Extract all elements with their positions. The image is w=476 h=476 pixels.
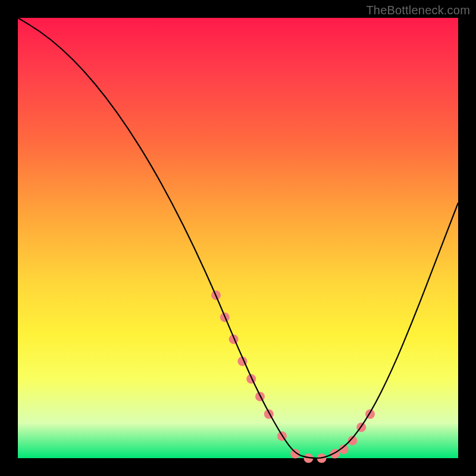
bottleneck-curve-path <box>18 18 458 458</box>
chart-frame: TheBottleneck.com <box>0 0 476 476</box>
marker-group <box>211 290 375 463</box>
curve-svg <box>18 18 458 458</box>
watermark-label: TheBottleneck.com <box>366 4 470 17</box>
plot-area <box>18 18 458 458</box>
